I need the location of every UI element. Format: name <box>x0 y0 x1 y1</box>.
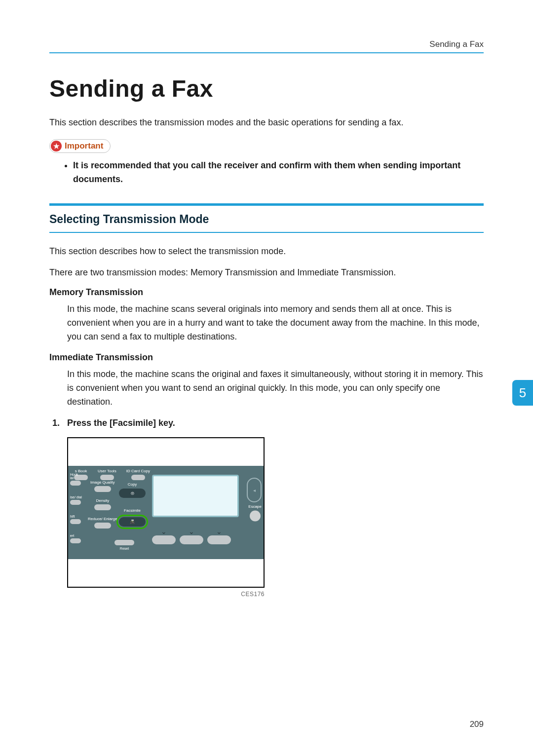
section-rule-bottom <box>49 232 484 233</box>
panel-left-3: ert <box>70 534 82 537</box>
panel-left-1: ise/ dial <box>70 495 82 499</box>
panel-left-column: Hook ial ise/ dial hift ert <box>70 473 82 543</box>
chapter-tab: 5 <box>512 380 533 406</box>
important-list: It is recommended that you call the rece… <box>49 159 484 187</box>
escape-button <box>250 510 261 521</box>
panel-top-row: s Book User Tools ID Card Copy <box>74 469 150 480</box>
important-badge: ★ Important <box>49 139 111 153</box>
figure-code: CES176 <box>67 591 265 598</box>
panel-mode-buttons: Copy ◎ Facsimile 📠 <box>116 483 148 529</box>
panel-dpad: ◂ <box>247 478 262 502</box>
panel-escape: Escape <box>248 504 262 521</box>
reset-label: Reset <box>120 547 129 550</box>
panel-left-0: Hook ial <box>70 473 82 480</box>
immediate-heading: Immediate Transmission <box>49 352 484 363</box>
panel-reset: Reset <box>114 540 134 550</box>
steps-list: Press the [Facsimile] key. <box>49 418 484 428</box>
panel-top-label-2: ID Card Copy <box>126 469 150 473</box>
panel-top-label-1: User Tools <box>98 469 116 473</box>
panel-mid-2: Reduce/ Enlarge <box>88 517 117 521</box>
section-heading: Selecting Transmission Mode <box>49 213 484 226</box>
section-rule-top <box>49 203 484 206</box>
facsimile-highlight: 📠 <box>116 515 148 529</box>
panel-mid-column: Image Quality Density Reduce/ Enlarge <box>88 481 117 529</box>
copy-button: ◎ <box>119 489 146 498</box>
immediate-text: In this mode, the machine scans the orig… <box>49 368 484 409</box>
panel-mid-1: Density <box>96 499 109 503</box>
panel-lcd <box>152 475 239 517</box>
header-rule <box>49 52 484 53</box>
panel-left-2: hift <box>70 515 82 518</box>
document-page: Sending a Fax Sending a Fax This section… <box>0 0 533 756</box>
escape-label: Escape <box>248 504 262 508</box>
step-1: Press the [Facsimile] key. <box>67 418 484 428</box>
panel-softkeys <box>152 535 231 544</box>
running-header: Sending a Fax <box>49 39 484 49</box>
section-p2: There are two transmission modes: Memory… <box>49 266 484 279</box>
important-bullet: It is recommended that you call the rece… <box>73 159 484 187</box>
mode-fax-label: Facsimile <box>124 509 141 513</box>
control-panel-diagram: s Book User Tools ID Card Copy Hook ial … <box>67 437 265 588</box>
panel-mid-0: Image Quality <box>90 481 114 485</box>
memory-heading: Memory Transmission <box>49 287 484 298</box>
intro-paragraph: This section describes the transmission … <box>49 116 484 129</box>
memory-text: In this mode, the machine scans several … <box>49 302 484 344</box>
star-icon: ★ <box>51 141 62 151</box>
control-panel-figure: s Book User Tools ID Card Copy Hook ial … <box>67 437 265 598</box>
facsimile-button: 📠 <box>119 517 146 527</box>
important-label: Important <box>65 141 103 151</box>
mode-copy-label: Copy <box>128 483 137 487</box>
section-p1: This section describes how to select the… <box>49 245 484 258</box>
page-title: Sending a Fax <box>49 75 484 102</box>
page-number: 209 <box>470 719 484 729</box>
